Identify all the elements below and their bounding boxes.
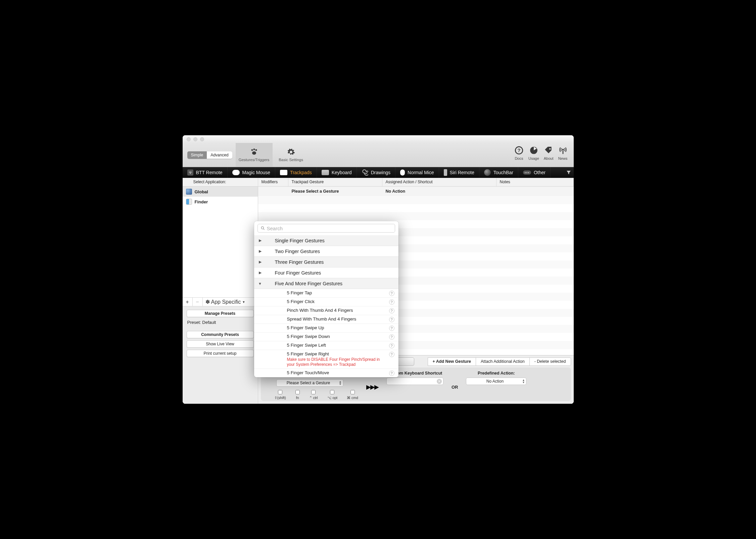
device-drawings[interactable]: Drawings bbox=[357, 167, 395, 178]
device-other[interactable]: Other bbox=[518, 167, 551, 178]
app-label: Finder bbox=[195, 199, 208, 204]
remove-app-button[interactable]: − bbox=[193, 298, 203, 306]
device-touchbar[interactable]: TouchBar bbox=[479, 167, 518, 178]
add-app-button[interactable]: + bbox=[183, 298, 193, 306]
app-window: Simple Advanced Gestures/Triggers Basic … bbox=[183, 135, 574, 404]
gesture-5-finger-click[interactable]: 5 Finger Click ? bbox=[254, 298, 398, 306]
cat-label: Two Finger Gestures bbox=[275, 249, 320, 254]
news-button[interactable]: News bbox=[558, 146, 568, 165]
remote-icon bbox=[444, 169, 447, 176]
docs-button[interactable]: ? Docs bbox=[514, 146, 524, 165]
show-live-view-button[interactable]: Show Live View bbox=[187, 340, 254, 348]
gesture-5-finger-swipe-down[interactable]: 5 Finger Swipe Down ? bbox=[254, 333, 398, 341]
gesture-pinch-thumb-4-fingers[interactable]: Pinch With Thumb And 4 Fingers ? bbox=[254, 306, 398, 315]
or-label: OR bbox=[452, 385, 458, 390]
mod-shift[interactable]: ⇧(shift) bbox=[274, 390, 286, 400]
mod-fn[interactable]: fn bbox=[295, 390, 300, 400]
cat-single-finger[interactable]: ▶ Single Finger Gestures bbox=[254, 235, 398, 246]
gesture-label: 5 Finger Swipe Up bbox=[287, 325, 324, 330]
zoom-button[interactable] bbox=[200, 137, 204, 141]
finder-icon bbox=[186, 199, 192, 205]
spiral-icon bbox=[362, 169, 368, 176]
manage-presets-button[interactable]: Manage Presets bbox=[187, 310, 254, 317]
svg-point-0 bbox=[251, 149, 253, 151]
sidebar-buttons: + − ✽ App Specific ▼ bbox=[183, 297, 258, 306]
gesture-5-finger-swipe-left[interactable]: 5 Finger Swipe Left ? bbox=[254, 341, 398, 350]
clear-shortcut-button[interactable]: ✕ bbox=[437, 379, 442, 384]
app-item-global[interactable]: Global bbox=[183, 187, 258, 197]
help-icon[interactable]: ? bbox=[389, 308, 394, 313]
gesture-5-finger-swipe-right[interactable]: 5 Finger Swipe Right Make sure to DISABL… bbox=[254, 350, 398, 369]
about-button[interactable]: About bbox=[544, 146, 554, 165]
mod-cmd[interactable]: ⌘ cmd bbox=[347, 390, 358, 400]
gesture-5-finger-touch-move[interactable]: 5 Finger Touch/Move ? bbox=[254, 369, 398, 377]
usage-button[interactable]: Usage bbox=[528, 146, 539, 165]
gear-icon bbox=[287, 148, 295, 156]
shortcut-input[interactable]: ✕ bbox=[386, 378, 443, 385]
svg-point-9 bbox=[261, 227, 264, 229]
cat-three-finger[interactable]: ▶ Three Finger Gestures bbox=[254, 257, 398, 267]
device-siri-remote[interactable]: Siri Remote bbox=[439, 167, 479, 178]
col-trackpad-gesture[interactable]: Trackpad Gesture bbox=[288, 178, 382, 186]
col-notes[interactable]: Notes bbox=[497, 178, 574, 186]
help-icon[interactable]: ? bbox=[389, 334, 394, 340]
app-specific-dropdown[interactable]: ✽ App Specific ▼ bbox=[203, 298, 258, 306]
add-new-gesture-button[interactable]: + Add New Gesture bbox=[428, 357, 476, 366]
predefined-action-select[interactable]: No Action ▲▼ bbox=[466, 378, 526, 385]
disclosure-triangle-icon: ▶ bbox=[258, 260, 262, 264]
svg-point-1 bbox=[253, 149, 255, 150]
stepper-icon: ▲▼ bbox=[522, 379, 525, 384]
attach-action-button[interactable]: Attach Additional Action bbox=[476, 357, 530, 366]
app-item-finder[interactable]: Finder bbox=[183, 197, 258, 207]
cat-four-finger[interactable]: ▶ Four Finger Gestures bbox=[254, 267, 398, 278]
help-icon[interactable]: ? bbox=[389, 371, 394, 376]
minimize-button[interactable] bbox=[193, 137, 197, 141]
disclosure-triangle-icon: ▶ bbox=[258, 271, 262, 275]
device-label: Normal Mice bbox=[408, 170, 434, 175]
help-icon[interactable]: ? bbox=[389, 299, 394, 305]
delete-selected-button[interactable]: - Delete selected bbox=[530, 357, 571, 366]
help-icon[interactable]: ? bbox=[389, 291, 394, 296]
device-keyboard[interactable]: Keyboard bbox=[317, 167, 357, 178]
predefined-action-label: Predefined Action: bbox=[478, 371, 515, 376]
tab-gestures-triggers[interactable]: Gestures/Triggers bbox=[236, 143, 273, 167]
funnel-icon bbox=[566, 170, 571, 175]
help-icon[interactable]: ? bbox=[389, 352, 394, 357]
device-btt-remote[interactable]: BTT Remote bbox=[183, 167, 228, 178]
docs-label: Docs bbox=[515, 156, 523, 160]
gesture-row[interactable]: Please Select a Gesture No Action bbox=[258, 187, 574, 196]
select-value: No Action bbox=[486, 379, 504, 384]
gesture-5-finger-tap[interactable]: 5 Finger Tap ? bbox=[254, 289, 398, 298]
device-magic-mouse[interactable]: Magic Mouse bbox=[228, 167, 275, 178]
device-trackpads[interactable]: Trackpads bbox=[275, 167, 317, 178]
community-presets-button[interactable]: Community Presets bbox=[187, 331, 254, 338]
gesture-select[interactable]: Please Select a Gesture ▲▼ bbox=[276, 379, 343, 387]
help-icon[interactable]: ? bbox=[389, 343, 394, 348]
tab-basic-settings[interactable]: Basic Settings bbox=[273, 143, 310, 167]
device-filter-button[interactable] bbox=[564, 167, 574, 178]
help-icon[interactable]: ? bbox=[389, 326, 394, 331]
gesture-spread-thumb-4-fingers[interactable]: Spread With Thumb And 4 Fingers ? bbox=[254, 315, 398, 324]
cat-label: Three Finger Gestures bbox=[275, 259, 324, 265]
device-normal-mice[interactable]: Normal Mice bbox=[395, 167, 439, 178]
gesture-5-finger-swipe-up[interactable]: 5 Finger Swipe Up ? bbox=[254, 324, 398, 333]
print-setup-button[interactable]: Print current setup bbox=[187, 350, 254, 357]
col-modifiers[interactable]: Modifiers bbox=[258, 178, 288, 186]
help-icon[interactable]: ? bbox=[389, 317, 394, 322]
gesture-label: 5 Finger Touch/Move bbox=[287, 370, 329, 375]
col-assigned-action[interactable]: Assigned Action / Shortcut bbox=[382, 178, 497, 186]
app-label: Global bbox=[195, 189, 208, 194]
chevron-down-icon: ▼ bbox=[242, 300, 245, 304]
mode-segment: Simple Advanced bbox=[187, 151, 232, 159]
modifier-checks: ⇧(shift) fn ⌃ ctrl ⌥ opt ⌘ cmd bbox=[274, 390, 358, 400]
cat-five-plus-finger[interactable]: ▼ Five And More Finger Gestures bbox=[254, 278, 398, 289]
device-label: BTT Remote bbox=[196, 170, 223, 175]
cat-two-finger[interactable]: ▶ Two Finger Gestures bbox=[254, 246, 398, 257]
mode-simple[interactable]: Simple bbox=[187, 151, 207, 159]
mod-opt[interactable]: ⌥ opt bbox=[327, 390, 338, 400]
mod-ctrl[interactable]: ⌃ ctrl bbox=[309, 390, 318, 400]
gesture-search-input[interactable]: Search bbox=[257, 224, 395, 233]
mode-advanced[interactable]: Advanced bbox=[207, 151, 232, 159]
close-button[interactable] bbox=[187, 137, 191, 141]
gesture-label: 5 Finger Swipe Right bbox=[287, 351, 386, 356]
